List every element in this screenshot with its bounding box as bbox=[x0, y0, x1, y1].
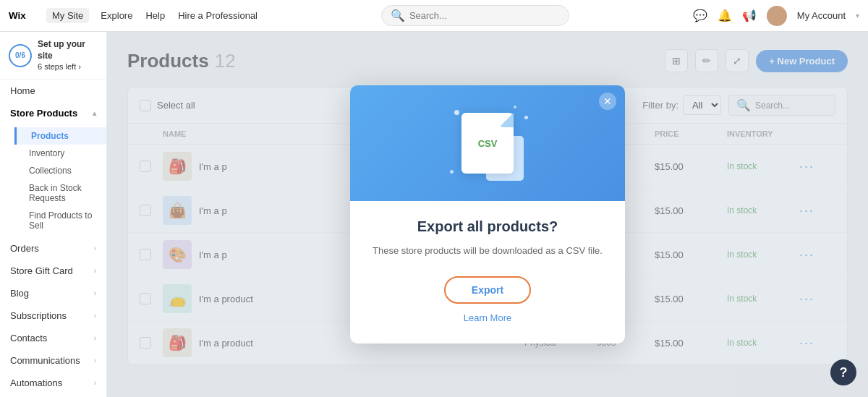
learn-more-link[interactable]: Learn More bbox=[372, 312, 603, 323]
nav-links: Explore Help Hire a Professional bbox=[101, 10, 258, 21]
gift-card-chevron-icon: › bbox=[94, 267, 96, 275]
user-chevron-icon[interactable]: ▾ bbox=[856, 12, 859, 20]
top-nav: Wix My Site Explore Help Hire a Professi… bbox=[0, 0, 868, 32]
avatar[interactable] bbox=[767, 6, 787, 26]
store-products-chevron-icon: ▴ bbox=[93, 109, 96, 117]
blog-chevron-icon: › bbox=[94, 289, 96, 297]
communications-chevron-icon: › bbox=[94, 357, 96, 364]
wix-logo: Wix bbox=[9, 10, 35, 22]
modal-header: ✕ CSV bbox=[350, 85, 625, 201]
subscriptions-chevron-icon: › bbox=[94, 312, 96, 320]
sidebar-item-blog[interactable]: Blog› bbox=[0, 282, 106, 304]
csv-illustration: CSV bbox=[444, 100, 531, 187]
search-input[interactable] bbox=[409, 10, 560, 21]
automations-chevron-icon: › bbox=[94, 379, 96, 387]
sidebar-item-automations[interactable]: Automations› bbox=[0, 372, 106, 394]
search-wrap[interactable]: 🔍 bbox=[381, 5, 569, 26]
site-name[interactable]: My Site bbox=[46, 8, 89, 23]
search-icon: 🔍 bbox=[391, 9, 405, 22]
setup-section[interactable]: 0/6 Set up your site 6 steps left › bbox=[0, 32, 106, 80]
contacts-chevron-icon: › bbox=[94, 334, 96, 342]
setup-text: Set up your site 6 steps left › bbox=[38, 39, 98, 72]
hire-pro-link[interactable]: Hire a Professional bbox=[178, 10, 258, 21]
svg-text:Wix: Wix bbox=[9, 10, 26, 21]
notification-icon[interactable]: 🔔 bbox=[718, 9, 732, 22]
modal-close-button[interactable]: ✕ bbox=[599, 93, 616, 110]
export-modal: ✕ CSV bbox=[350, 85, 625, 343]
sidebar-sub-item-back-in-stock[interactable]: Back in Stock Requests bbox=[14, 179, 106, 207]
sidebar-item-contacts[interactable]: Contacts› bbox=[0, 327, 106, 349]
sidebar-item-orders[interactable]: Orders› bbox=[0, 237, 106, 260]
modal-title: Export all products? bbox=[372, 218, 603, 235]
help-link[interactable]: Help bbox=[145, 10, 165, 21]
modal-body: Export all products? These store product… bbox=[350, 201, 625, 343]
search-bar: 🔍 bbox=[269, 5, 681, 26]
sidebar-item-store-products[interactable]: Store Products ▴ bbox=[0, 102, 106, 124]
sidebar-item-home[interactable]: Home bbox=[0, 80, 106, 102]
sidebar-item-marketing-seo[interactable]: Marketing & SEO› bbox=[0, 394, 106, 397]
sidebar-item-gift-card[interactable]: Store Gift Card› bbox=[0, 260, 106, 282]
csv-label: CSV bbox=[478, 138, 498, 149]
sidebar-sub-item-collections[interactable]: Collections bbox=[14, 162, 106, 179]
modal-description: These store products will be downloaded … bbox=[372, 244, 603, 259]
sidebar-sub-item-inventory[interactable]: Inventory bbox=[14, 145, 106, 162]
nav-icons: 💬 🔔 📢 My Account ▾ bbox=[693, 6, 859, 26]
sidebar-item-communications[interactable]: Communications› bbox=[0, 349, 106, 372]
setup-progress-circle: 0/6 bbox=[9, 44, 32, 67]
user-name[interactable]: My Account bbox=[797, 10, 846, 21]
content-area: Products 12 ⊞ ✏ ⤢ + New Product Select a… bbox=[107, 32, 868, 397]
sidebar: 0/6 Set up your site 6 steps left › Home… bbox=[0, 32, 107, 397]
export-button[interactable]: Export bbox=[444, 276, 531, 304]
setup-arrow-icon: › bbox=[78, 62, 81, 71]
announcement-icon[interactable]: 📢 bbox=[742, 9, 757, 22]
modal-overlay: ✕ CSV bbox=[107, 32, 868, 397]
store-products-submenu: Products Inventory Collections Back in S… bbox=[0, 124, 106, 237]
sidebar-item-subscriptions[interactable]: Subscriptions› bbox=[0, 304, 106, 327]
main-layout: 0/6 Set up your site 6 steps left › Home… bbox=[0, 32, 868, 397]
sidebar-sub-item-find-products[interactable]: Find Products to Sell bbox=[14, 207, 106, 234]
explore-link[interactable]: Explore bbox=[101, 10, 132, 21]
chat-icon[interactable]: 💬 bbox=[693, 9, 707, 22]
sidebar-sub-item-products[interactable]: Products bbox=[14, 127, 106, 145]
orders-chevron-icon: › bbox=[94, 244, 96, 252]
help-button[interactable]: ? bbox=[830, 359, 856, 385]
